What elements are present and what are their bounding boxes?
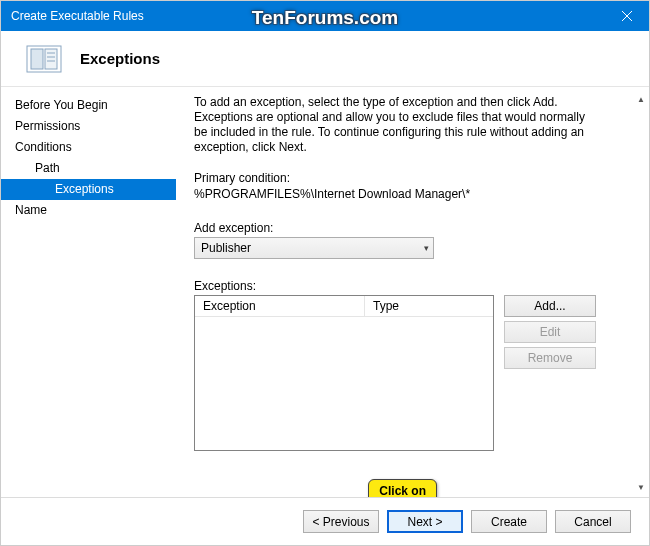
create-button[interactable]: Create [471, 510, 547, 533]
footer-buttons: < Previous Next > Create Cancel [1, 497, 649, 545]
primary-condition-value: %PROGRAMFILES%\Internet Download Manager… [194, 187, 635, 201]
wizard-window: Create Executable Rules TenForums.com Ex… [0, 0, 650, 546]
nav-name[interactable]: Name [1, 200, 176, 221]
window-title: Create Executable Rules [11, 9, 144, 23]
previous-button[interactable]: < Previous [303, 510, 379, 533]
exception-buttons: Add... Edit Remove [504, 295, 596, 451]
cancel-button[interactable]: Cancel [555, 510, 631, 533]
close-button[interactable] [604, 1, 649, 31]
nav-conditions[interactable]: Conditions [1, 137, 176, 158]
nav-permissions[interactable]: Permissions [1, 116, 176, 137]
exceptions-area: Exception Type Add... Edit Remove [194, 295, 635, 451]
close-icon [622, 11, 632, 21]
svg-rect-3 [31, 49, 43, 69]
exceptions-list-label: Exceptions: [194, 279, 635, 293]
svg-rect-4 [45, 49, 57, 69]
page-title: Exceptions [80, 50, 160, 67]
add-button[interactable]: Add... [504, 295, 596, 317]
edit-button: Edit [504, 321, 596, 343]
nav-path[interactable]: Path [1, 158, 176, 179]
table-header-row: Exception Type [195, 296, 493, 317]
header: Exceptions [1, 31, 649, 87]
nav-exceptions[interactable]: Exceptions [1, 179, 176, 200]
add-exception-label: Add exception: [194, 221, 635, 235]
content-scrollbar[interactable]: ▲ ▼ [633, 91, 649, 495]
nav-before-you-begin[interactable]: Before You Begin [1, 95, 176, 116]
rules-icon [26, 45, 62, 73]
combobox-value: Publisher [201, 241, 251, 255]
description-text: To add an exception, select the type of … [194, 95, 594, 155]
scroll-track[interactable] [633, 107, 649, 479]
primary-condition-label: Primary condition: [194, 171, 635, 185]
scroll-up-icon[interactable]: ▲ [633, 91, 649, 107]
scroll-down-icon[interactable]: ▼ [633, 479, 649, 495]
exception-type-combobox[interactable]: Publisher ▾ [194, 237, 434, 259]
body: Before You Begin Permissions Conditions … [1, 87, 649, 499]
next-button[interactable]: Next > [387, 510, 463, 533]
chevron-down-icon: ▾ [424, 243, 429, 253]
remove-button: Remove [504, 347, 596, 369]
column-type[interactable]: Type [365, 296, 493, 316]
exceptions-listview[interactable]: Exception Type [194, 295, 494, 451]
nav-sidebar: Before You Begin Permissions Conditions … [1, 87, 176, 499]
titlebar: Create Executable Rules [1, 1, 649, 31]
content-area: To add an exception, select the type of … [176, 87, 649, 499]
column-exception[interactable]: Exception [195, 296, 365, 316]
